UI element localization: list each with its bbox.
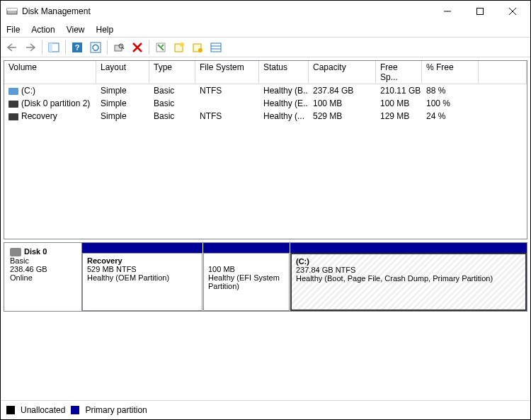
- legend: Unallocated Primary partition: [1, 400, 530, 419]
- volume-status: Healthy (E...: [259, 98, 309, 109]
- volume-name: (C:): [21, 86, 35, 96]
- refresh-button[interactable]: [87, 39, 104, 56]
- partition-box[interactable]: (C:)237.84 GB NTFSHealthy (Boot, Page Fi…: [290, 253, 527, 311]
- volume-fs: NTFS: [195, 110, 259, 122]
- disk-graphical-view: Disk 0 Basic 238.46 GB Online Recovery52…: [4, 242, 527, 312]
- svg-text:?: ?: [75, 43, 80, 52]
- volume-type: Basic: [149, 110, 195, 122]
- volume-pctfree: 88 %: [422, 85, 479, 96]
- disk-name: Disk 0: [24, 247, 47, 256]
- svg-rect-7: [49, 43, 52, 52]
- partition-size: 529 MB NTFS: [87, 265, 198, 273]
- svg-rect-21: [211, 43, 221, 52]
- col-volume[interactable]: Volume: [4, 61, 96, 84]
- minimize-button[interactable]: [431, 1, 464, 22]
- volume-free: 100 MB: [376, 98, 422, 109]
- volume-type: Basic: [149, 85, 195, 96]
- volume-pctfree: 24 %: [422, 110, 479, 122]
- volume-free: 210.11 GB: [376, 85, 422, 96]
- delete-button[interactable]: [129, 39, 146, 56]
- partition-header: [290, 243, 527, 253]
- col-layout[interactable]: Layout: [96, 61, 149, 84]
- volume-capacity: 100 MB: [309, 98, 376, 109]
- partition-size: 100 MB: [208, 265, 285, 273]
- rescan-button[interactable]: [110, 39, 127, 56]
- volume-free: 129 MB: [376, 110, 422, 122]
- partition-status: Healthy (EFI System Partition): [208, 273, 285, 290]
- maximize-button[interactable]: [464, 1, 496, 22]
- disk-type: Basic: [10, 256, 76, 265]
- legend-primary-swatch: [71, 406, 79, 414]
- col-capacity[interactable]: Capacity: [309, 61, 376, 84]
- partition-box[interactable]: Recovery529 MB NTFSHealthy (OEM Partitio…: [82, 253, 202, 311]
- svg-rect-3: [477, 8, 484, 15]
- partition-title: (C:): [296, 257, 521, 266]
- volume-table: Volume Layout Type File System Status Ca…: [4, 60, 527, 239]
- partition-header: [82, 243, 202, 253]
- menu-bar: File Action View Help: [1, 22, 530, 38]
- volume-layout: Simple: [96, 98, 149, 109]
- legend-unallocated-label: Unallocated: [21, 405, 65, 415]
- volume-name: Recovery: [21, 111, 57, 121]
- legend-primary-label: Primary partition: [85, 405, 147, 415]
- partition-status: Healthy (OEM Partition): [87, 273, 198, 282]
- col-type[interactable]: Type: [149, 61, 195, 84]
- volume-fs: [195, 98, 259, 109]
- volume-rows: (C:)SimpleBasicNTFSHealthy (B...237.84 G…: [4, 84, 527, 239]
- volume-table-header: Volume Layout Type File System Status Ca…: [4, 61, 527, 84]
- volume-pctfree: 100 %: [422, 98, 479, 109]
- menu-help[interactable]: Help: [96, 25, 114, 35]
- volume-status: Healthy (...: [259, 110, 309, 122]
- properties-button[interactable]: [152, 39, 169, 56]
- svg-point-20: [198, 48, 202, 52]
- col-status[interactable]: Status: [259, 61, 309, 84]
- col-filesystem[interactable]: File System: [195, 61, 259, 84]
- help-button[interactable]: ?: [69, 39, 86, 56]
- partition-size: 237.84 GB NTFS: [296, 266, 521, 274]
- disk-info[interactable]: Disk 0 Basic 238.46 GB Online: [4, 243, 82, 311]
- volume-type: Basic: [149, 98, 195, 109]
- partition-box[interactable]: 100 MBHealthy (EFI System Partition): [203, 253, 290, 311]
- volume-icon: [8, 101, 18, 108]
- close-button[interactable]: [496, 1, 529, 22]
- app-icon: [6, 6, 18, 17]
- svg-line-13: [122, 47, 124, 49]
- partition-status: Healthy (Boot, Page File, Crash Dump, Pr…: [296, 274, 521, 283]
- list-view-button[interactable]: [207, 39, 224, 56]
- volume-icon: [8, 88, 18, 95]
- partition-header: [203, 243, 290, 253]
- back-button[interactable]: [4, 39, 21, 56]
- svg-rect-1: [7, 8, 17, 11]
- volume-icon: [8, 113, 18, 120]
- volume-capacity: 237.84 GB: [309, 85, 376, 96]
- volume-status: Healthy (B...: [259, 85, 309, 96]
- forward-button[interactable]: [22, 39, 39, 56]
- disk-partitions: Recovery529 MB NTFSHealthy (OEM Partitio…: [82, 243, 527, 311]
- svg-point-18: [180, 42, 184, 47]
- disk-icon: [10, 248, 21, 256]
- window-title: Disk Management: [22, 6, 431, 16]
- volume-fs: NTFS: [195, 85, 259, 96]
- volume-layout: Simple: [96, 110, 149, 122]
- table-row[interactable]: (Disk 0 partition 2)SimpleBasicHealthy (…: [4, 97, 527, 110]
- show-hide-tree-button[interactable]: [45, 39, 62, 56]
- table-row[interactable]: (C:)SimpleBasicNTFSHealthy (B...237.84 G…: [4, 84, 527, 97]
- disk-size: 238.46 GB: [10, 265, 76, 273]
- settings-button[interactable]: [189, 39, 206, 56]
- partition-title: Recovery: [87, 256, 198, 265]
- title-bar: Disk Management: [1, 1, 530, 22]
- menu-view[interactable]: View: [67, 25, 85, 35]
- disk-status: Online: [10, 273, 76, 282]
- col-pctfree[interactable]: % Free: [422, 61, 479, 84]
- volume-layout: Simple: [96, 85, 149, 96]
- volume-name: (Disk 0 partition 2): [21, 98, 90, 108]
- table-row[interactable]: RecoverySimpleBasicNTFSHealthy (...529 M…: [4, 110, 527, 123]
- col-rest[interactable]: [479, 61, 527, 84]
- new-simple-volume-button[interactable]: [171, 39, 188, 56]
- toolbar: ?: [1, 38, 530, 57]
- menu-action[interactable]: Action: [31, 25, 55, 35]
- legend-unallocated-swatch: [6, 406, 15, 414]
- col-freespace[interactable]: Free Sp...: [376, 61, 422, 84]
- volume-capacity: 529 MB: [309, 110, 376, 122]
- menu-file[interactable]: File: [6, 25, 20, 35]
